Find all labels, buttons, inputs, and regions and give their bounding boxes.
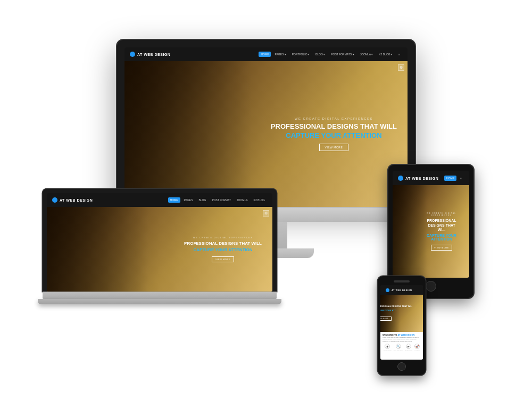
laptop-website: AT WEB DESIGN HOME PAGES BLOG POST FORMA…	[47, 193, 272, 292]
laptop-logo-text: AT WEB DESIGN	[60, 198, 93, 202]
phone-nav: AT WEB DESIGN	[380, 285, 423, 295]
laptop-screen-outer: AT WEB DESIGN HOME PAGES BLOG POST FORMA…	[43, 189, 277, 292]
laptop-nav-links: HOME PAGES BLOG POST FORMAT JOOMLA K2 BL…	[168, 197, 267, 203]
tablet-screen: AT WEB DESIGN HOME ≡ WE CREATE DIGITAL E…	[393, 171, 469, 278]
laptop-device: AT WEB DESIGN HOME PAGES BLOG POST FORMA…	[43, 189, 277, 304]
tablet-hero-subtext: WE CREATE DIGITAL EXPERIENCES	[425, 212, 459, 217]
tablet-hero: WE CREATE DIGITAL EXPERIENCES PROFESSION…	[393, 185, 469, 278]
phone-icon-row: ◉ FRAMEWORK 🔍 WEB STRATEGY ▶ EXECUTION	[383, 344, 421, 351]
logo-icon	[130, 52, 135, 57]
laptop-logo-icon	[52, 197, 57, 203]
laptop-nav-pages[interactable]: PAGES	[182, 197, 195, 203]
laptop-logo: AT WEB DESIGN	[52, 197, 93, 203]
laptop-hero-btn[interactable]: VIEW MORE	[212, 256, 234, 262]
phone-hero-headline-2: CAPTURE YOUR ATT...	[380, 309, 412, 312]
execution-label: EXECUTION	[405, 350, 412, 351]
tablet-nav: AT WEB DESIGN HOME ≡	[393, 171, 469, 185]
nav-joomla[interactable]: JOOMLA ▾	[358, 52, 376, 57]
nav-post-formats[interactable]: POST FORMATS ▾	[329, 52, 356, 57]
phone-home-button[interactable]	[397, 362, 406, 371]
phone-website: AT WEB DESIGN PROFESSIONAL DESIGNS THAT …	[380, 285, 423, 360]
hero-overlay	[124, 61, 252, 207]
phone-icon-launch: 🚀 LAUNCH	[414, 344, 420, 351]
tablet-nav-links: HOME ≡	[444, 176, 464, 181]
laptop-hero: ⚙ WE CREATE DIGITAL EXPERIENCES PROFESSI…	[47, 207, 272, 292]
launch-icon: 🚀	[414, 344, 420, 349]
nav-pages[interactable]: PAGES ▾	[272, 52, 288, 57]
phone-logo-icon	[386, 288, 389, 292]
desktop-logo: AT WEB DESIGN	[130, 52, 170, 57]
tablet-home-button[interactable]	[426, 281, 436, 292]
hero-headline-1: PROFESSIONAL DESIGNS THAT WILL	[271, 122, 397, 131]
framework-label: FRAMEWORK	[384, 350, 392, 351]
laptop-base-top	[43, 292, 277, 299]
desktop-nav-links: HOME PAGES ▾ PORTFOLIO ▾ BLOG ▾ POST FOR…	[259, 52, 402, 57]
laptop-gear-icon[interactable]: ⚙	[263, 210, 269, 217]
phone-section-title: WELCOME TO AT WEB DESIGN	[383, 334, 421, 336]
gear-icon[interactable]: ⚙	[398, 64, 404, 71]
logo-text: AT WEB DESIGN	[137, 53, 170, 56]
nav-home[interactable]: HOME	[259, 52, 271, 57]
phone-logo: AT WEB DESIGN	[386, 288, 412, 292]
tablet-logo-icon	[398, 176, 403, 181]
imac-screen-outer: AT WEB DESIGN HOME PAGES ▾ PORTFOLIO ▾ B…	[117, 40, 415, 207]
phone-section: WELCOME TO AT WEB DESIGN Lorem ipsum dol…	[380, 332, 423, 360]
strategy-label: WEB STRATEGY	[394, 350, 403, 351]
imac-screen: AT WEB DESIGN HOME PAGES ▾ PORTFOLIO ▾ B…	[124, 47, 408, 207]
laptop-nav-joomla[interactable]: JOOMLA	[235, 197, 250, 203]
tablet-hero-headline-1: PROFESSIONAL DESIGNS THAT WI...	[425, 219, 459, 232]
laptop-hero-headline-2: CAPTURE YOUR ATTENTION	[184, 247, 262, 252]
desktop-nav: AT WEB DESIGN HOME PAGES ▾ PORTFOLIO ▾ B…	[124, 47, 408, 61]
tablet-nav-more[interactable]: ≡	[458, 176, 464, 181]
hero-headline-2: CAPTURE YOUR ATTENTION	[271, 131, 397, 139]
laptop-nav: AT WEB DESIGN HOME PAGES BLOG POST FORMA…	[47, 193, 272, 207]
laptop-nav-post[interactable]: POST FORMAT	[210, 197, 233, 203]
nav-k2[interactable]: K2 BLOG ▾	[377, 52, 395, 57]
laptop-hero-text: WE CREATE DIGITAL EXPERIENCES PROFESSION…	[184, 236, 262, 262]
desktop-website: AT WEB DESIGN HOME PAGES ▾ PORTFOLIO ▾ B…	[124, 47, 408, 207]
laptop-screen: AT WEB DESIGN HOME PAGES BLOG POST FORMA…	[47, 193, 272, 292]
phone-icon-execution: ▶ EXECUTION	[405, 344, 412, 351]
phone-icon-framework: ◉ FRAMEWORK	[384, 344, 392, 351]
laptop-nav-home[interactable]: HOME	[168, 197, 180, 203]
phone-hero-btn[interactable]: VIEW MORE	[380, 317, 392, 321]
phone-logo-text: AT WEB DESIGN	[392, 289, 412, 292]
tablet-hero-text: WE CREATE DIGITAL EXPERIENCES PROFESSION…	[425, 212, 459, 250]
tablet-hero-btn[interactable]: VIEW MORE	[431, 245, 452, 251]
phone-hero-headline-1: PROFESSIONAL DESIGNS THAT WI...	[380, 305, 412, 308]
scene: AT WEB DESIGN HOME PAGES ▾ PORTFOLIO ▾ B…	[11, 8, 521, 391]
laptop-nav-blog[interactable]: BLOG	[196, 197, 208, 203]
tablet-website: AT WEB DESIGN HOME ≡ WE CREATE DIGITAL E…	[393, 171, 469, 278]
launch-label: LAUNCH	[414, 350, 419, 351]
laptop-hero-subtext: WE CREATE DIGITAL EXPERIENCES	[184, 236, 262, 239]
tablet-logo-text: AT WEB DESIGN	[405, 177, 438, 180]
desktop-hero: ⚙ WE CREATE DIGITAL EXPERIENCES PROFESSI…	[124, 61, 408, 207]
phone-outer: AT WEB DESIGN PROFESSIONAL DESIGNS THAT …	[378, 276, 426, 375]
tablet-nav-home[interactable]: HOME	[444, 176, 456, 181]
hero-view-more-button[interactable]: VIEW MORE	[319, 144, 349, 151]
strategy-icon: 🔍	[396, 344, 401, 349]
tablet-hero-overlay	[393, 185, 427, 278]
laptop-hero-overlay	[47, 207, 148, 292]
laptop-nav-k2[interactable]: K2 BLOG	[252, 197, 267, 203]
nav-menu[interactable]: ≡	[396, 52, 402, 57]
hero-subtext: WE CREATE DIGITAL EXPERIENCES	[271, 117, 397, 120]
phone-device: AT WEB DESIGN PROFESSIONAL DESIGNS THAT …	[378, 276, 426, 375]
tablet-logo: AT WEB DESIGN	[398, 176, 438, 181]
desktop-hero-text: WE CREATE DIGITAL EXPERIENCES PROFESSION…	[271, 117, 397, 152]
phone-hero-text: PROFESSIONAL DESIGNS THAT WI... CAPTURE …	[380, 305, 412, 321]
phone-section-body: Lorem ipsum dolor sit amet, consectetur …	[383, 337, 421, 342]
nav-blog[interactable]: BLOG ▾	[313, 52, 327, 57]
nav-portfolio[interactable]: PORTFOLIO ▾	[290, 52, 312, 57]
phone-hero: PROFESSIONAL DESIGNS THAT WI... CAPTURE …	[380, 295, 423, 332]
laptop-base-bottom	[38, 299, 281, 304]
phone-icon-strategy: 🔍 WEB STRATEGY	[394, 344, 403, 351]
execution-icon: ▶	[406, 344, 411, 349]
laptop-hero-headline-1: PROFESSIONAL DESIGNS THAT WILL	[184, 241, 262, 246]
framework-icon: ◉	[385, 344, 390, 349]
tablet-hero-headline-2: CAPTURE YOUR ATTENTION	[425, 234, 459, 241]
phone-speaker	[394, 280, 410, 282]
phone-screen: AT WEB DESIGN PROFESSIONAL DESIGNS THAT …	[380, 285, 423, 360]
